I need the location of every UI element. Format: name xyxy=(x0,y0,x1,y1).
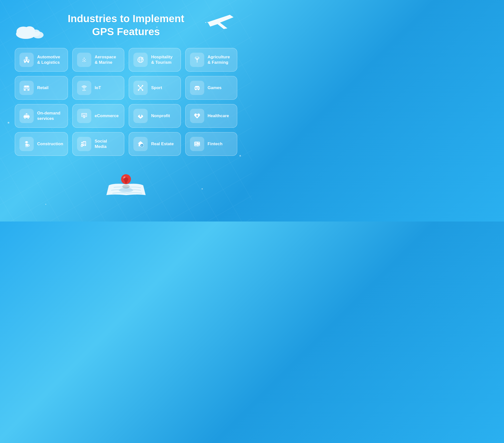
on-demand-services-label: On-demandservices xyxy=(37,111,60,121)
svg-point-43 xyxy=(83,91,84,91)
svg-point-66 xyxy=(84,116,85,116)
svg-point-99 xyxy=(195,146,196,146)
svg-rect-14 xyxy=(25,60,26,61)
sport-icon xyxy=(133,81,148,95)
construction-label: Construction xyxy=(37,141,63,147)
svg-point-58 xyxy=(24,118,26,119)
social-media-label: Social Media xyxy=(95,139,120,149)
card-sport[interactable]: Sport xyxy=(129,76,181,100)
svg-rect-15 xyxy=(27,60,29,61)
svg-point-54 xyxy=(198,88,199,89)
agriculture-farming-icon xyxy=(190,53,204,67)
svg-point-65 xyxy=(83,116,84,116)
real-estate-label: Real Estate xyxy=(151,141,174,147)
svg-point-13 xyxy=(28,61,29,63)
retail-icon xyxy=(19,81,34,95)
card-ecommerce[interactable]: eCommerce xyxy=(72,104,124,128)
svg-rect-68 xyxy=(83,118,85,118)
nonprofit-icon xyxy=(133,109,148,123)
svg-rect-67 xyxy=(84,117,85,118)
svg-point-94 xyxy=(195,145,196,145)
aerospace-marine-icon xyxy=(77,53,91,67)
svg-point-38 xyxy=(82,90,83,91)
svg-text:$: $ xyxy=(141,144,143,147)
svg-point-77 xyxy=(28,145,29,146)
card-healthcare[interactable]: Healthcare xyxy=(185,104,237,128)
social-media-icon xyxy=(77,137,91,151)
svg-point-26 xyxy=(197,56,197,57)
svg-point-17 xyxy=(82,61,83,62)
nonprofit-label: Nonprofit xyxy=(151,113,170,119)
svg-line-83 xyxy=(82,143,83,143)
card-automotive-logistics[interactable]: Automotive& Logistics xyxy=(15,48,68,72)
svg-rect-32 xyxy=(24,88,26,89)
card-aerospace-marine[interactable]: Aerospace& Marine xyxy=(72,48,124,72)
games-label: Games xyxy=(208,85,222,91)
svg-point-29 xyxy=(199,57,199,58)
card-nonprofit[interactable]: Nonprofit xyxy=(129,104,181,128)
svg-point-101 xyxy=(197,146,197,146)
svg-rect-79 xyxy=(83,142,85,145)
card-construction[interactable]: Construction xyxy=(15,132,68,156)
svg-point-39 xyxy=(83,90,84,91)
svg-point-16 xyxy=(83,58,85,60)
automotive-logistics-icon xyxy=(19,53,34,67)
svg-point-41 xyxy=(85,90,86,91)
card-games[interactable]: Games xyxy=(185,76,237,100)
fintech-label: Fintech xyxy=(208,141,222,147)
svg-rect-74 xyxy=(26,146,26,148)
map-pin-illustration xyxy=(101,166,151,205)
svg-point-80 xyxy=(84,145,85,146)
svg-point-55 xyxy=(198,88,198,89)
svg-point-44 xyxy=(84,91,85,91)
healthcare-icon xyxy=(190,109,204,123)
card-on-demand-services[interactable]: On-demandservices xyxy=(15,104,68,128)
page-title: Industries to Implement GPS Features xyxy=(5,12,247,38)
svg-rect-62 xyxy=(26,113,27,114)
svg-rect-57 xyxy=(24,115,30,118)
sport-label: Sport xyxy=(151,85,162,91)
svg-point-40 xyxy=(84,90,85,91)
card-agriculture-farming[interactable]: Agriculture& Farming xyxy=(185,48,237,72)
svg-point-95 xyxy=(196,145,196,145)
card-iot[interactable]: IoT xyxy=(72,76,124,100)
svg-line-84 xyxy=(82,144,83,145)
svg-point-27 xyxy=(198,56,199,57)
real-estate-icon: $ xyxy=(133,137,148,151)
on-demand-services-icon xyxy=(19,109,34,123)
svg-point-53 xyxy=(198,87,198,88)
svg-rect-72 xyxy=(25,142,28,143)
svg-rect-91 xyxy=(195,142,197,144)
fintech-icon: $ xyxy=(190,137,204,151)
aerospace-marine-label: Aerospace& Marine xyxy=(95,55,116,65)
svg-point-96 xyxy=(197,145,197,145)
hospitality-tourism-icon xyxy=(133,53,148,67)
agriculture-farming-label: Agriculture& Farming xyxy=(208,55,230,65)
iot-label: IoT xyxy=(95,85,101,91)
svg-point-42 xyxy=(82,91,83,91)
healthcare-label: Healthcare xyxy=(208,113,229,119)
iot-icon xyxy=(77,81,91,95)
games-icon xyxy=(190,81,204,95)
page-header: Industries to Implement GPS Features xyxy=(0,0,252,46)
bottom-decoration xyxy=(0,163,252,212)
svg-point-81 xyxy=(81,142,83,144)
hospitality-tourism-label: Hospitality& Tourism xyxy=(151,55,173,65)
svg-rect-31 xyxy=(26,88,28,91)
card-hospitality-tourism[interactable]: Hospitality& Tourism xyxy=(129,48,181,72)
card-social-media[interactable]: Social Media xyxy=(72,132,124,156)
industry-grid: Automotive& Logistics Aerospace& Marine xyxy=(0,46,252,163)
svg-rect-60 xyxy=(25,114,26,115)
svg-point-25 xyxy=(195,56,196,57)
svg-point-28 xyxy=(195,57,195,58)
ecommerce-label: eCommerce xyxy=(95,113,119,119)
card-retail[interactable]: Retail xyxy=(15,76,68,100)
svg-point-10 xyxy=(26,57,27,58)
svg-point-12 xyxy=(24,61,26,63)
card-real-estate[interactable]: $ Real Estate xyxy=(129,132,181,156)
retail-label: Retail xyxy=(37,85,49,91)
svg-rect-75 xyxy=(27,146,28,148)
svg-point-56 xyxy=(197,88,198,89)
svg-point-100 xyxy=(196,146,196,146)
card-fintech[interactable]: $ Fintech xyxy=(185,132,237,156)
